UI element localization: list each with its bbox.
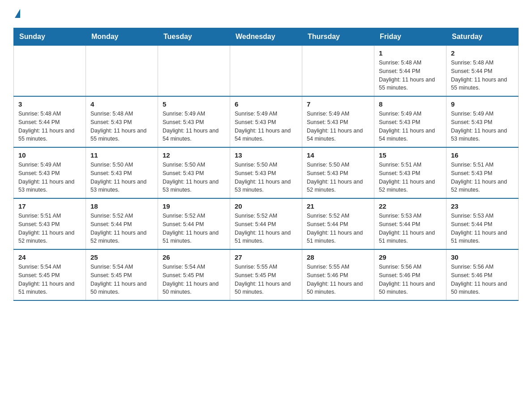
day-info: Sunrise: 5:48 AMSunset: 5:44 PMDaylight:… — [451, 59, 514, 92]
calendar-cell: 24Sunrise: 5:54 AMSunset: 5:45 PMDayligh… — [14, 249, 86, 300]
day-number: 23 — [451, 202, 514, 210]
calendar-cell: 23Sunrise: 5:53 AMSunset: 5:44 PMDayligh… — [446, 198, 519, 249]
calendar-cell: 5Sunrise: 5:49 AMSunset: 5:43 PMDaylight… — [158, 96, 230, 147]
day-number: 6 — [235, 100, 297, 108]
day-number: 2 — [451, 49, 514, 57]
day-number: 27 — [235, 253, 297, 261]
calendar-week-1: 1Sunrise: 5:48 AMSunset: 5:44 PMDaylight… — [14, 46, 519, 97]
logo — [13, 9, 20, 19]
calendar-cell: 9Sunrise: 5:49 AMSunset: 5:43 PMDaylight… — [446, 96, 519, 147]
calendar-cell: 14Sunrise: 5:50 AMSunset: 5:43 PMDayligh… — [302, 147, 374, 198]
day-number: 24 — [18, 253, 81, 261]
day-number: 18 — [90, 202, 153, 210]
day-number: 19 — [163, 202, 225, 210]
column-header-tuesday: Tuesday — [158, 28, 230, 46]
calendar-cell: 19Sunrise: 5:52 AMSunset: 5:44 PMDayligh… — [158, 198, 230, 249]
calendar-week-5: 24Sunrise: 5:54 AMSunset: 5:45 PMDayligh… — [14, 249, 519, 300]
day-info: Sunrise: 5:48 AMSunset: 5:44 PMDaylight:… — [18, 110, 81, 143]
day-info: Sunrise: 5:56 AMSunset: 5:46 PMDaylight:… — [451, 263, 514, 296]
calendar-cell: 15Sunrise: 5:51 AMSunset: 5:43 PMDayligh… — [374, 147, 446, 198]
day-info: Sunrise: 5:55 AMSunset: 5:45 PMDaylight:… — [235, 263, 297, 296]
calendar-cell: 4Sunrise: 5:48 AMSunset: 5:43 PMDaylight… — [86, 96, 158, 147]
calendar-cell: 29Sunrise: 5:56 AMSunset: 5:46 PMDayligh… — [374, 249, 446, 300]
calendar-cell: 6Sunrise: 5:49 AMSunset: 5:43 PMDaylight… — [230, 96, 302, 147]
calendar-week-4: 17Sunrise: 5:51 AMSunset: 5:43 PMDayligh… — [14, 198, 519, 249]
calendar-cell: 7Sunrise: 5:49 AMSunset: 5:43 PMDaylight… — [302, 96, 374, 147]
calendar-cell: 1Sunrise: 5:48 AMSunset: 5:44 PMDaylight… — [374, 46, 446, 97]
calendar-cell: 18Sunrise: 5:52 AMSunset: 5:44 PMDayligh… — [86, 198, 158, 249]
day-info: Sunrise: 5:50 AMSunset: 5:43 PMDaylight:… — [163, 161, 225, 194]
calendar-cell — [14, 46, 86, 97]
day-info: Sunrise: 5:52 AMSunset: 5:44 PMDaylight:… — [90, 212, 153, 245]
day-number: 28 — [307, 253, 369, 261]
calendar-cell — [230, 46, 302, 97]
day-info: Sunrise: 5:53 AMSunset: 5:44 PMDaylight:… — [379, 212, 442, 245]
day-info: Sunrise: 5:50 AMSunset: 5:43 PMDaylight:… — [307, 161, 369, 194]
day-number: 7 — [307, 100, 369, 108]
day-info: Sunrise: 5:51 AMSunset: 5:43 PMDaylight:… — [379, 161, 442, 194]
day-info: Sunrise: 5:52 AMSunset: 5:44 PMDaylight:… — [163, 212, 225, 245]
calendar-cell — [86, 46, 158, 97]
day-number: 8 — [379, 100, 442, 108]
calendar-cell: 27Sunrise: 5:55 AMSunset: 5:45 PMDayligh… — [230, 249, 302, 300]
day-number: 12 — [163, 151, 225, 159]
day-number: 22 — [379, 202, 442, 210]
day-info: Sunrise: 5:54 AMSunset: 5:45 PMDaylight:… — [90, 263, 153, 296]
calendar-cell: 10Sunrise: 5:49 AMSunset: 5:43 PMDayligh… — [14, 147, 86, 198]
day-number: 15 — [379, 151, 442, 159]
calendar-cell: 8Sunrise: 5:49 AMSunset: 5:43 PMDaylight… — [374, 96, 446, 147]
day-number: 29 — [379, 253, 442, 261]
calendar-header-row: SundayMondayTuesdayWednesdayThursdayFrid… — [14, 28, 519, 46]
day-info: Sunrise: 5:54 AMSunset: 5:45 PMDaylight:… — [18, 263, 81, 296]
calendar-cell: 21Sunrise: 5:52 AMSunset: 5:44 PMDayligh… — [302, 198, 374, 249]
day-info: Sunrise: 5:49 AMSunset: 5:43 PMDaylight:… — [235, 110, 297, 143]
calendar-cell: 22Sunrise: 5:53 AMSunset: 5:44 PMDayligh… — [374, 198, 446, 249]
day-number: 21 — [307, 202, 369, 210]
calendar-cell: 25Sunrise: 5:54 AMSunset: 5:45 PMDayligh… — [86, 249, 158, 300]
day-info: Sunrise: 5:49 AMSunset: 5:43 PMDaylight:… — [451, 110, 514, 143]
day-number: 11 — [90, 151, 153, 159]
calendar-week-2: 3Sunrise: 5:48 AMSunset: 5:44 PMDaylight… — [14, 96, 519, 147]
day-number: 10 — [18, 151, 81, 159]
day-info: Sunrise: 5:51 AMSunset: 5:43 PMDaylight:… — [18, 212, 81, 245]
day-number: 4 — [90, 100, 153, 108]
day-number: 26 — [163, 253, 225, 261]
day-number: 3 — [18, 100, 81, 108]
calendar-cell: 17Sunrise: 5:51 AMSunset: 5:43 PMDayligh… — [14, 198, 86, 249]
day-number: 20 — [235, 202, 297, 210]
column-header-wednesday: Wednesday — [230, 28, 302, 46]
day-info: Sunrise: 5:56 AMSunset: 5:46 PMDaylight:… — [379, 263, 442, 296]
day-info: Sunrise: 5:49 AMSunset: 5:43 PMDaylight:… — [307, 110, 369, 143]
calendar-cell — [302, 46, 374, 97]
column-header-thursday: Thursday — [302, 28, 374, 46]
day-number: 9 — [451, 100, 514, 108]
day-info: Sunrise: 5:48 AMSunset: 5:44 PMDaylight:… — [379, 59, 442, 92]
day-info: Sunrise: 5:51 AMSunset: 5:43 PMDaylight:… — [451, 161, 514, 194]
day-info: Sunrise: 5:49 AMSunset: 5:43 PMDaylight:… — [379, 110, 442, 143]
day-number: 1 — [379, 49, 442, 57]
column-header-sunday: Sunday — [14, 28, 86, 46]
calendar-cell: 20Sunrise: 5:52 AMSunset: 5:44 PMDayligh… — [230, 198, 302, 249]
calendar-cell: 3Sunrise: 5:48 AMSunset: 5:44 PMDaylight… — [14, 96, 86, 147]
calendar-cell: 11Sunrise: 5:50 AMSunset: 5:43 PMDayligh… — [86, 147, 158, 198]
day-info: Sunrise: 5:53 AMSunset: 5:44 PMDaylight:… — [451, 212, 514, 245]
day-info: Sunrise: 5:50 AMSunset: 5:43 PMDaylight:… — [90, 161, 153, 194]
day-number: 17 — [18, 202, 81, 210]
day-info: Sunrise: 5:50 AMSunset: 5:43 PMDaylight:… — [235, 161, 297, 194]
calendar-cell: 26Sunrise: 5:54 AMSunset: 5:45 PMDayligh… — [158, 249, 230, 300]
day-number: 25 — [90, 253, 153, 261]
calendar-cell: 28Sunrise: 5:55 AMSunset: 5:46 PMDayligh… — [302, 249, 374, 300]
calendar-cell: 12Sunrise: 5:50 AMSunset: 5:43 PMDayligh… — [158, 147, 230, 198]
logo-triangle-icon — [15, 9, 20, 18]
day-info: Sunrise: 5:52 AMSunset: 5:44 PMDaylight:… — [307, 212, 369, 245]
calendar-cell — [158, 46, 230, 97]
day-info: Sunrise: 5:52 AMSunset: 5:44 PMDaylight:… — [235, 212, 297, 245]
calendar-cell: 2Sunrise: 5:48 AMSunset: 5:44 PMDaylight… — [446, 46, 519, 97]
day-info: Sunrise: 5:55 AMSunset: 5:46 PMDaylight:… — [307, 263, 369, 296]
day-number: 13 — [235, 151, 297, 159]
day-number: 5 — [163, 100, 225, 108]
day-info: Sunrise: 5:48 AMSunset: 5:43 PMDaylight:… — [90, 110, 153, 143]
day-info: Sunrise: 5:54 AMSunset: 5:45 PMDaylight:… — [163, 263, 225, 296]
page-header — [13, 9, 519, 19]
day-info: Sunrise: 5:49 AMSunset: 5:43 PMDaylight:… — [18, 161, 81, 194]
